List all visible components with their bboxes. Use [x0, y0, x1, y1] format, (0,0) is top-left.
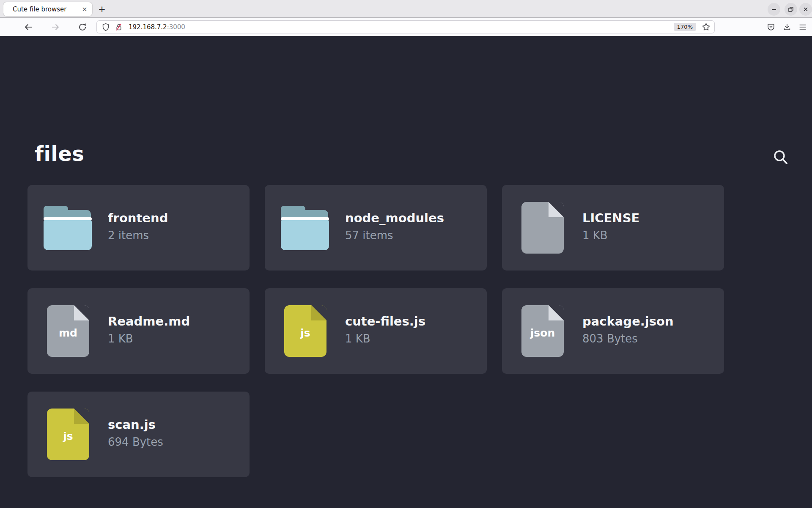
url-host: 192.168.7.2 — [129, 23, 167, 31]
card-text: scan.js694 Bytes — [108, 417, 243, 449]
card-text: LICENSE1 KB — [582, 210, 717, 243]
url-bar[interactable]: 192.168.7.2:3000 170% — [96, 20, 715, 33]
browser-tab[interactable]: Cute file browser × — [3, 2, 92, 16]
file-meta: 694 Bytes — [108, 435, 243, 449]
pocket-button[interactable] — [765, 21, 777, 33]
card-icon-area — [518, 185, 573, 271]
download-button[interactable] — [781, 21, 793, 33]
card-icon-area: js — [44, 392, 99, 477]
file-extension-label: js — [300, 323, 310, 339]
url-port: :3000 — [167, 23, 185, 31]
search-icon — [771, 148, 790, 168]
file-meta: 1 KB — [345, 331, 480, 346]
pocket-icon — [766, 22, 776, 32]
file-name: cute-files.js — [345, 314, 480, 329]
card-text: Readme.md1 KB — [108, 314, 243, 346]
menu-button[interactable] — [796, 21, 809, 33]
close-icon — [803, 6, 809, 12]
file-meta: 1 KB — [108, 331, 243, 346]
forward-icon — [50, 22, 60, 32]
menu-icon — [798, 22, 807, 32]
search-button[interactable] — [770, 147, 792, 169]
shield-icon[interactable] — [101, 22, 110, 32]
card-icon-area — [44, 185, 99, 271]
card-text: package.json803 Bytes — [582, 314, 717, 346]
file-meta: 2 items — [108, 228, 243, 243]
minimize-icon — [771, 6, 777, 12]
file-icon: md — [47, 305, 89, 357]
card-icon-area — [281, 185, 336, 271]
file-meta: 1 KB — [582, 228, 717, 243]
file-meta: 803 Bytes — [582, 331, 717, 346]
tab-bar: Cute file browser × + — [0, 0, 812, 18]
page-content: files frontend2 itemsnode_modules57 item… — [0, 36, 812, 508]
file-card[interactable]: LICENSE1 KB — [502, 185, 724, 271]
restore-icon — [788, 6, 794, 12]
file-name: frontend — [108, 210, 243, 226]
file-name: LICENSE — [582, 210, 717, 226]
file-extension-label: js — [63, 427, 73, 442]
reload-button[interactable] — [76, 21, 88, 33]
restore-button[interactable] — [785, 3, 797, 16]
tab-close-icon[interactable]: × — [80, 4, 90, 14]
forward-button[interactable] — [49, 21, 61, 33]
file-name: Readme.md — [108, 314, 243, 329]
file-name: scan.js — [108, 417, 243, 432]
file-meta: 57 items — [345, 228, 480, 243]
file-extension-label: json — [530, 323, 555, 339]
download-icon — [782, 22, 792, 32]
card-icon-area: json — [518, 288, 573, 374]
file-card[interactable]: jsonpackage.json803 Bytes — [502, 288, 724, 374]
file-card[interactable]: node_modules57 items — [265, 185, 487, 271]
tab-title: Cute file browser — [13, 6, 80, 13]
star-icon[interactable] — [701, 22, 711, 32]
navigation-bar: 192.168.7.2:3000 170% — [0, 18, 812, 36]
minimize-button[interactable] — [768, 3, 780, 16]
card-text: node_modules57 items — [345, 210, 480, 243]
file-name: package.json — [582, 314, 717, 329]
card-text: frontend2 items — [108, 210, 243, 243]
file-icon: js — [284, 305, 326, 357]
card-text: cute-files.js1 KB — [345, 314, 480, 346]
url-text: 192.168.7.2:3000 — [129, 23, 674, 31]
card-icon-area: js — [281, 288, 336, 374]
lock-slash-icon[interactable] — [114, 22, 123, 32]
file-extension-label: md — [59, 323, 77, 339]
file-card[interactable]: mdReadme.md1 KB — [27, 288, 250, 374]
file-name: node_modules — [345, 210, 480, 226]
file-card[interactable]: frontend2 items — [27, 185, 250, 271]
file-icon: json — [521, 305, 564, 357]
card-icon-area: md — [44, 288, 99, 374]
folder-icon — [44, 206, 92, 250]
back-button[interactable] — [22, 21, 34, 33]
back-icon — [23, 22, 33, 32]
file-card[interactable]: jscute-files.js1 KB — [265, 288, 487, 374]
reload-icon — [77, 22, 88, 32]
file-icon — [521, 202, 564, 254]
close-button[interactable] — [799, 3, 812, 16]
file-card[interactable]: jsscan.js694 Bytes — [27, 392, 250, 477]
file-grid: frontend2 itemsnode_modules57 itemsLICEN… — [27, 185, 724, 477]
folder-icon — [281, 206, 329, 250]
file-icon: js — [47, 409, 89, 460]
page-title: files — [35, 142, 84, 166]
zoom-level-badge[interactable]: 170% — [674, 23, 696, 31]
new-tab-button[interactable]: + — [96, 3, 108, 15]
